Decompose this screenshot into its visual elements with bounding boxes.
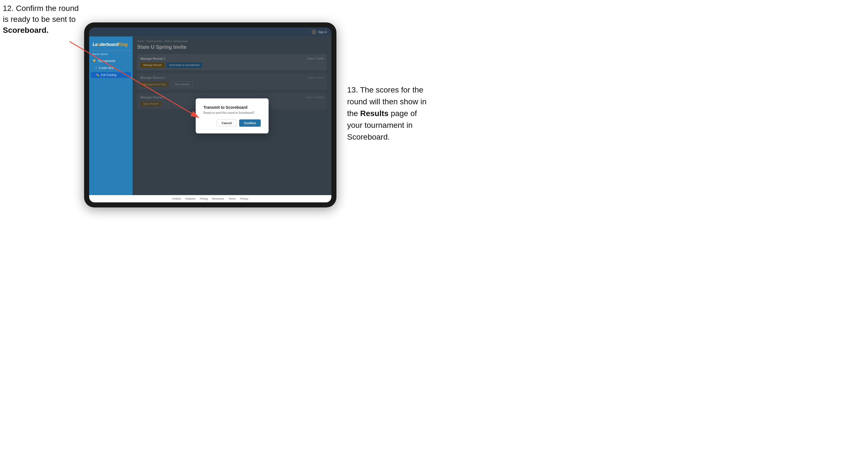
modal-title: Transmit to Scoreboard [204, 105, 261, 110]
footer-product[interactable]: Product [172, 197, 181, 200]
main-menu-label: MAIN MENU [89, 53, 133, 57]
footer-features[interactable]: Features [185, 197, 195, 200]
tablet-screen: Sign in LeaderboardKing MAIN MENU 🏆 Tour… [89, 28, 331, 203]
plus-icon: + [95, 66, 97, 69]
trophy-icon: 🏆 [93, 59, 96, 63]
results-bold: Results [360, 109, 389, 118]
sidebar: LeaderboardKing MAIN MENU 🏆 Tournaments … [89, 36, 133, 195]
main-layout: LeaderboardKing MAIN MENU 🏆 Tournaments … [89, 36, 331, 195]
annotation-line1: Confirm the round [16, 4, 79, 12]
modal-cancel-button[interactable]: Cancel [217, 119, 236, 127]
logo-king: King [118, 42, 128, 47]
annotation-right: 13. The scores for the round will then s… [347, 84, 431, 143]
logo-text: LeaderboardKing [93, 42, 128, 47]
footer-terms[interactable]: Terms [229, 197, 236, 200]
tournaments-label: Tournaments [98, 59, 116, 63]
modal-overlay: Transmit to Scoreboard Ready to send thi… [133, 36, 331, 195]
signin-label: Sign in [318, 31, 327, 34]
user-avatar [311, 29, 316, 34]
top-bar: Sign in [89, 28, 331, 36]
modal-confirm-button[interactable]: Confirm [239, 119, 260, 127]
sidebar-item-edit-existing[interactable]: ✏️ Edit Existing [91, 72, 131, 78]
create-new-label: Create New [99, 66, 114, 69]
annotation-bold: Scoreboard. [3, 26, 49, 34]
content-area: Home › Tournaments › State U Spring Invi… [133, 36, 331, 195]
sidebar-item-tournaments[interactable]: 🏆 Tournaments [89, 57, 133, 64]
edit-existing-label: Edit Existing [101, 73, 116, 76]
annotation-left: 12. Confirm the round is ready to be sen… [3, 3, 93, 36]
signin-area[interactable]: Sign in [311, 29, 327, 34]
sidebar-item-create-new[interactable]: + Create New [89, 64, 133, 71]
step-13-number: 13. [347, 86, 358, 94]
step-number: 12. [3, 4, 14, 12]
edit-icon: ✏️ [96, 73, 99, 76]
footer-pricing[interactable]: Pricing [200, 197, 208, 200]
modal-box: Transmit to Scoreboard Ready to send thi… [196, 98, 269, 133]
footer-resources[interactable]: Resources [212, 197, 224, 200]
sidebar-logo: LeaderboardKing [89, 40, 133, 51]
modal-subtitle: Ready to send this round to Scoreboard? [204, 111, 261, 114]
footer-privacy[interactable]: Privacy [240, 197, 248, 200]
annotation-line2: is ready to be sent to [3, 15, 76, 24]
modal-buttons: Cancel Confirm [204, 119, 261, 127]
footer: Product Features Pricing Resources Terms… [89, 195, 331, 203]
tablet-frame: Sign in LeaderboardKing MAIN MENU 🏆 Tour… [84, 23, 336, 208]
